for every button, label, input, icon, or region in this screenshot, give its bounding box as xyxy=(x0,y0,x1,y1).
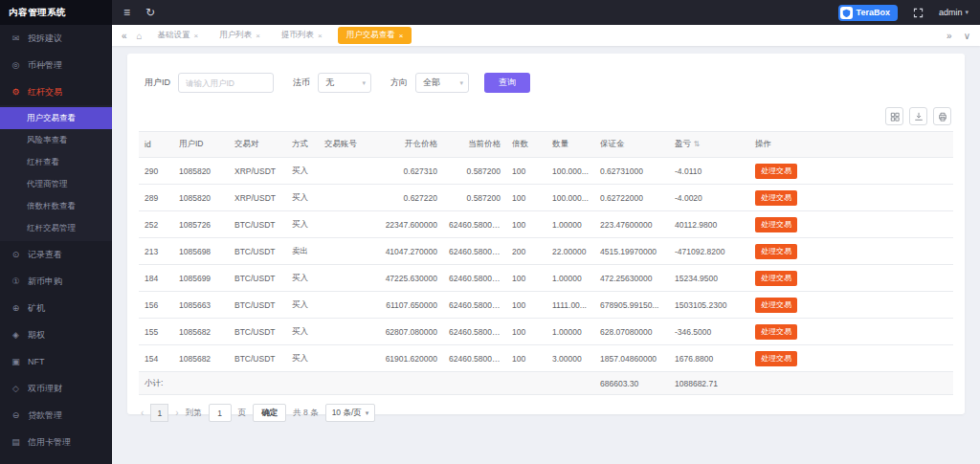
coin-icon: ◎ xyxy=(11,60,21,70)
cell-margin: 223.47600000 xyxy=(594,211,669,238)
col-margin: 保证金 xyxy=(594,132,669,158)
cell-id: 213 xyxy=(139,238,173,265)
col-current-price: 当前价格 xyxy=(443,132,506,158)
cell-side: 买入 xyxy=(286,185,319,211)
cell-pair: BTC/USDT xyxy=(229,345,286,372)
close-icon[interactable]: × xyxy=(194,32,199,40)
col-side: 方式 xyxy=(286,132,319,158)
close-icon[interactable]: × xyxy=(318,32,323,40)
fiat-select-value: 无 xyxy=(325,77,334,89)
chevron-down-icon: ▾ xyxy=(366,409,369,417)
cell-multiple: 100 xyxy=(506,185,546,211)
filter-columns-icon[interactable] xyxy=(885,107,903,125)
admin-menu[interactable]: admin ▾ xyxy=(939,8,969,17)
col-actions: 操作 xyxy=(749,132,953,158)
home-icon[interactable]: ⌂ xyxy=(137,31,143,41)
cell-current-price: 0.587200 xyxy=(443,158,506,185)
dual-invest-icon: ◇ xyxy=(11,384,21,393)
cell-account xyxy=(319,319,374,345)
page-size-select[interactable]: 10 条/页 ▾ xyxy=(325,404,376,422)
sidebar-item-feedback[interactable]: ✉ 投拆建议 xyxy=(0,25,112,52)
tab-basic-settings[interactable]: 基础设置 × xyxy=(152,27,205,44)
handle-trade-button[interactable]: 处理交易 xyxy=(755,351,797,366)
handle-trade-button[interactable]: 处理交易 xyxy=(755,324,797,340)
sidebar-group-label: 红杆交易 xyxy=(28,86,62,99)
sidebar-item-label: 币种管理 xyxy=(28,59,62,72)
cell-margin: 678905.99150... xyxy=(594,292,669,319)
cell-pnl: 40112.9800 xyxy=(669,211,749,238)
sidebar-item-credit-card-management[interactable]: ▤ 信用卡管理 xyxy=(0,429,112,455)
cell-actions: 处理交易 xyxy=(749,345,953,372)
sidebar-item-risk-rate-view[interactable]: 风险率查看 xyxy=(0,129,112,151)
cell-account xyxy=(319,238,374,265)
cell-user-id: 1085699 xyxy=(173,265,229,292)
goto-page-input[interactable] xyxy=(209,404,232,422)
sidebar-item-leverage-trade-management[interactable]: 红杆交易管理 xyxy=(0,217,112,239)
subtotal-margin: 686603.30 xyxy=(594,372,669,395)
cell-current-price: 62460.580000 xyxy=(443,345,506,372)
sidebar-item-nft[interactable]: ▣ NFT xyxy=(0,348,112,375)
close-icon[interactable]: × xyxy=(399,32,404,40)
cell-actions: 处理交易 xyxy=(749,185,953,211)
submenu-item-label: 红杆查看 xyxy=(27,157,59,168)
gear-icon: ⚙ xyxy=(11,87,21,97)
handle-trade-button[interactable]: 处理交易 xyxy=(755,217,797,232)
cell-actions: 处理交易 xyxy=(749,158,953,185)
cell-pair: BTC/USDT xyxy=(229,265,286,292)
tab-withdraw-list[interactable]: 提币列表 × xyxy=(276,27,328,44)
search-button[interactable]: 查询 xyxy=(484,73,530,93)
close-icon[interactable]: × xyxy=(256,32,260,40)
filter-bar: 用户ID 法币 无 ▾ 方向 全部 ▾ 查询 xyxy=(145,73,953,93)
handle-trade-button[interactable]: 处理交易 xyxy=(755,190,797,206)
user-id-input[interactable] xyxy=(178,73,274,93)
next-page-icon[interactable]: › xyxy=(175,408,178,418)
cell-amount: 3.00000 xyxy=(546,345,594,372)
sidebar-item-new-coin-subscription[interactable]: ① 新币申购 xyxy=(0,268,112,295)
page-number[interactable]: 1 xyxy=(150,404,168,422)
terabox-button[interactable]: TeraBox xyxy=(838,5,898,21)
sort-icon[interactable]: ⇅ xyxy=(693,140,700,148)
sidebar-item-user-trade-view[interactable]: 用户交易查看 xyxy=(0,107,112,129)
confirm-page-button[interactable]: 确定 xyxy=(253,404,286,422)
cell-current-price: 62460.580000 xyxy=(443,319,506,345)
fullscreen-icon[interactable] xyxy=(913,8,924,18)
table-row: 213 1085698 BTC/USDT 卖出 41047.270000 624… xyxy=(139,238,953,265)
direction-select[interactable]: 全部 ▾ xyxy=(415,73,469,93)
sidebar-item-leverage-view[interactable]: 红杆查看 xyxy=(0,151,112,173)
sidebar-item-records-view[interactable]: ⊙ 记录查看 xyxy=(0,241,112,268)
sidebar-item-coin-management[interactable]: ◎ 币种管理 xyxy=(0,52,112,78)
cell-pnl: 1676.8800 xyxy=(669,345,749,372)
sidebar-item-loan-management[interactable]: ⊖ 贷款管理 xyxy=(0,402,112,429)
subtotal-label: 小计: xyxy=(139,372,173,395)
tab-user-list[interactable]: 用户列表 × xyxy=(213,27,266,44)
trades-table: id 用户ID 交易对 方式 交易账号 开仓价格 当前价格 倍数 数量 保证金 … xyxy=(139,131,953,395)
sidebar-group-leverage-trading[interactable]: ⚙ 红杆交易 xyxy=(0,78,112,105)
tabs-menu-icon[interactable]: ∨ xyxy=(964,31,970,41)
tab-user-trade-view[interactable]: 用户交易查看 × xyxy=(338,27,412,44)
refresh-icon[interactable]: ↻ xyxy=(145,7,155,18)
handle-trade-button[interactable]: 处理交易 xyxy=(755,244,797,259)
submenu-item-label: 代理商管理 xyxy=(27,179,68,190)
fiat-select[interactable]: 无 ▾ xyxy=(318,73,371,93)
tabs-scroll-right-icon[interactable]: » xyxy=(947,31,952,41)
cell-account xyxy=(319,185,374,211)
trade-view-card: 用户ID 法币 无 ▾ 方向 全部 ▾ 查询 xyxy=(127,54,965,414)
sidebar-item-agent-management[interactable]: 代理商管理 xyxy=(0,173,112,195)
cell-user-id: 1085820 xyxy=(173,158,229,185)
handle-trade-button[interactable]: 处理交易 xyxy=(755,164,797,179)
print-icon[interactable] xyxy=(933,107,951,125)
handle-trade-button[interactable]: 处理交易 xyxy=(755,298,797,313)
menu-icon[interactable]: ≡ xyxy=(123,7,130,18)
submenu-item-label: 红杆交易管理 xyxy=(27,223,76,234)
export-icon[interactable] xyxy=(909,107,927,125)
sidebar-item-dual-invest[interactable]: ◇ 双币理财 xyxy=(0,375,112,402)
sidebar-item-options[interactable]: ◈ 期权 xyxy=(0,321,112,348)
prev-page-icon[interactable]: ‹ xyxy=(141,408,144,418)
cell-side: 买入 xyxy=(286,265,319,292)
subtotal-row: 小计: 686603.30 1088682.71 xyxy=(139,372,953,395)
sidebar-item-miner[interactable]: ⊕ 矿机 xyxy=(0,295,112,321)
handle-trade-button[interactable]: 处理交易 xyxy=(755,271,797,286)
sidebar-item-multiple-view[interactable]: 倍数杆数查看 xyxy=(0,195,112,217)
cell-open-price: 0.627310 xyxy=(374,158,443,185)
tabs-scroll-left-icon[interactable]: « xyxy=(122,31,127,41)
